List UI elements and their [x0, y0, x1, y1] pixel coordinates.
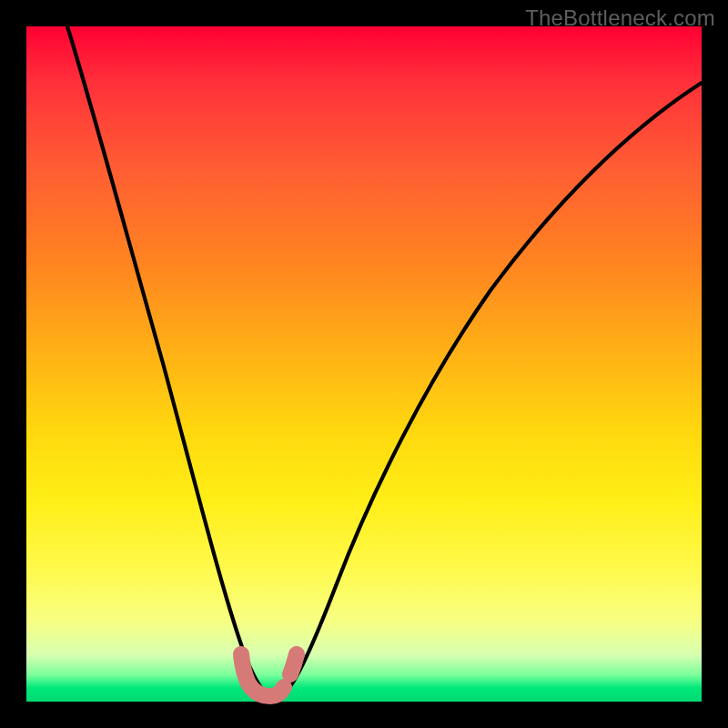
optimal-range-marker [241, 654, 297, 696]
bottleneck-curve [67, 26, 702, 696]
chart-frame: { "watermark": "TheBottleneck.com", "col… [0, 0, 728, 728]
curve-svg [26, 26, 702, 702]
plot-area [26, 26, 702, 702]
